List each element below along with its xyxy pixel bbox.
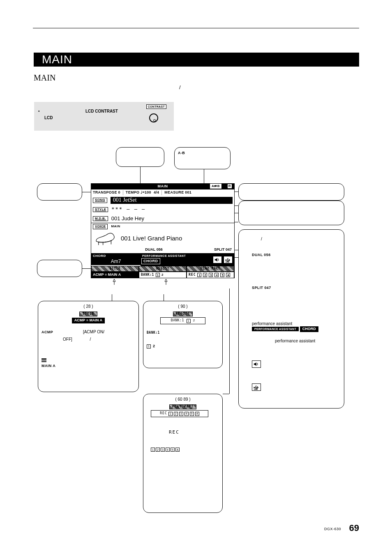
chord-value: Am7	[91, 259, 141, 265]
grand-piano-icon	[94, 231, 117, 246]
lcd-status-row: TRANSPOSE 0 TEMPO ♩=100 4/4 MEASURE 001	[91, 189, 235, 196]
perf-line2: performance assistant	[275, 338, 315, 344]
regist-bank-frag: BANK:1	[171, 319, 184, 323]
timesig-value: 4/4	[154, 190, 159, 195]
lcd-header-label: MAIN	[158, 184, 168, 189]
playpart-section-title: PLAY PART	[187, 266, 234, 272]
pp-t4: 4	[184, 412, 189, 416]
regist-slot1-line: 1	[147, 344, 151, 349]
song-name: 001 JetSet	[111, 197, 233, 204]
callout-regist: ( 90 ) REGIST BANK:1 1 2 BANK:1 1 2	[143, 301, 223, 368]
lcd-contrast-label: LCD CONTRAST	[85, 108, 118, 114]
footer-model: DGX-630	[324, 527, 341, 532]
mdb-row: M.D.B. 001 Jude Hey	[91, 215, 235, 223]
callout-right-mid	[238, 201, 344, 225]
three-section-bar: STYLE ACMP ≡ MAIN A REGIST BANK:1 1 2 PL…	[91, 266, 235, 278]
style-section: STYLE ACMP ≡ MAIN A	[91, 266, 139, 278]
mdb-value: 001 Jude Hey	[111, 215, 144, 222]
regist-slot2-line: 2	[153, 344, 155, 349]
dual-slash: /	[261, 236, 262, 242]
ab-indicator: A⇄B	[210, 184, 221, 189]
lcd-label: LCD	[44, 115, 53, 120]
callout-right-top	[238, 183, 344, 201]
song-row: SONG 001 JetSet	[91, 196, 235, 205]
pp2-t2: 2	[156, 448, 160, 452]
voice-main-label: MAIN	[111, 224, 120, 229]
song-tag: SONG	[93, 198, 107, 203]
regist-bank-line: BANK:1	[147, 331, 219, 335]
track-3: 3	[209, 273, 213, 277]
lcd-header: MAIN A⇄B R	[91, 183, 235, 189]
regist-slot-1: 1	[156, 273, 160, 277]
callout-playpart: ( 60 89 ) PLAY PART REC 1 2 3 4 5 A REC …	[143, 394, 223, 513]
hamburger-icon	[42, 358, 46, 362]
measure-value: MEASURE 001	[164, 190, 191, 195]
transpose-value: TRANSPOSE 0	[93, 190, 120, 195]
pp2-t5: 5	[171, 448, 175, 452]
acmp-label: ACMP	[42, 330, 53, 334]
pp-t1: 1	[168, 412, 173, 416]
footer-page-number: 69	[349, 522, 359, 534]
dual-split-row: DUAL 056 SPLIT 047	[91, 247, 235, 254]
pp-t2: 2	[174, 412, 178, 416]
playpart-section: PLAY PART REC 1 2 3 4 5 A	[187, 266, 234, 278]
contrast-knob-icon	[149, 113, 158, 122]
split-text: SPLIT 047	[252, 286, 271, 291]
pp2-ta: A	[175, 448, 180, 452]
dual-text: DUAL 056	[252, 253, 271, 258]
playpart-rec-frag: REC	[160, 411, 167, 416]
split-label: SPLIT 047	[214, 247, 232, 252]
style-value: *** – – –	[111, 206, 145, 213]
tempo-value: TEMPO ♩=100	[126, 190, 151, 195]
playpart-ref: ( 60 89 )	[147, 397, 219, 402]
title-bar: MAIN	[34, 53, 359, 67]
regist-slot-2: 2	[161, 273, 163, 277]
regist-slot2-frag: 2	[193, 319, 195, 323]
contrast-button-label: CONTRAST	[146, 104, 166, 109]
callout-left-top	[37, 183, 82, 201]
note-bullet: •	[38, 108, 40, 114]
voice-row-header: VOICE MAIN	[91, 223, 235, 230]
r-box: R	[227, 184, 232, 189]
style-row: STYLE *** – – –	[91, 205, 235, 214]
volume-icon	[213, 256, 222, 263]
voice-name: 001 Live! Grand Piano	[121, 234, 182, 242]
lcd-screen: MAIN A⇄B R TRANSPOSE 0 TEMPO ♩=100 4/4 M…	[91, 183, 235, 286]
regist-bank: BANK:1	[141, 273, 154, 277]
rec-label-outlined: REC	[169, 429, 219, 435]
callout-style: ( 28 ) STYLE ACMP ≡ MAIN A ACMP [ACMP ON…	[38, 301, 139, 392]
svg-text:USB: USB	[254, 388, 258, 390]
pp2-t1: 1	[151, 448, 155, 452]
acmp-off: OFF]	[63, 337, 72, 342]
callout-ab: A-B	[174, 147, 231, 169]
pp2-t3: 3	[161, 448, 165, 452]
perf-bar-top: PERFORMANCE ASSISTANT	[252, 327, 299, 331]
svg-point-0	[225, 259, 226, 261]
regist-section: REGIST BANK:1 1 2	[139, 266, 187, 278]
style-slash: /	[90, 337, 91, 342]
pp-ta: A	[195, 412, 199, 416]
regist-slot1-frag: 1	[187, 319, 191, 323]
svg-text:USB: USB	[226, 261, 229, 263]
track-4: 4	[214, 273, 219, 277]
callout-top-center	[116, 147, 164, 167]
chord-perf-row: CHORD Am7 PERFORMANCE ASSISTANT CHORD	[91, 254, 235, 266]
pp-t5: 5	[190, 412, 194, 416]
track-2: 2	[203, 273, 207, 277]
svg-point-4	[254, 387, 255, 388]
regist-section-body: BANK:1 1 2	[139, 272, 187, 278]
acmp-hint: [ACMP ON/	[83, 330, 104, 334]
mdb-tag: M.D.B.	[93, 216, 108, 221]
callout-left-chord	[37, 260, 82, 277]
perf-bar-bottom: CHORD	[300, 326, 318, 332]
pointer-regist	[163, 279, 169, 285]
maina-label: MAIN A	[42, 364, 135, 369]
regist-hatch-title: REGIST	[173, 312, 193, 316]
playpart-section-body: REC 1 2 3 4 5 A	[187, 272, 234, 278]
regist-ref: ( 90 )	[147, 304, 219, 309]
ab-label: A-B	[178, 151, 185, 155]
volume-icon-callout	[252, 360, 261, 368]
style-section-body: ACMP ≡ MAIN A	[91, 272, 139, 278]
track-1: 1	[197, 273, 201, 277]
usb-icon: USB	[224, 256, 233, 263]
